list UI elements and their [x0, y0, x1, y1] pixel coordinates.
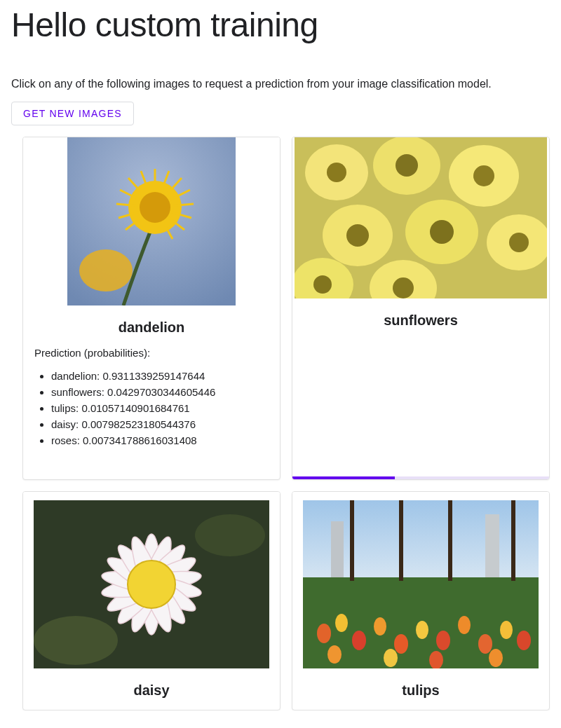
dandelion-image [67, 137, 236, 305]
svg-point-57 [317, 624, 331, 643]
card-image-wrap [23, 137, 280, 305]
prediction-block: Prediction (probabilities): dandelion: 0… [23, 347, 280, 465]
svg-point-68 [327, 645, 342, 664]
svg-point-20 [327, 163, 346, 182]
svg-point-63 [436, 631, 450, 650]
svg-point-67 [517, 631, 531, 650]
card-label: tulips [292, 668, 549, 710]
prediction-item: dandelion: 0.9311339259147644 [51, 370, 269, 382]
tulips-image [303, 500, 539, 668]
card-label: sunflowers [292, 298, 549, 340]
prediction-item: roses: 0.007341788616031408 [51, 434, 269, 446]
card-label: dandelion [23, 305, 280, 347]
svg-point-66 [500, 621, 513, 639]
svg-point-32 [313, 275, 332, 294]
svg-point-1 [79, 249, 133, 291]
card-image-wrap [292, 137, 549, 298]
svg-point-69 [384, 649, 398, 667]
svg-point-64 [458, 616, 471, 634]
prediction-list: dandelion: 0.9311339259147644 sunflowers… [34, 370, 269, 446]
image-card-daisy[interactable]: daisy [22, 491, 280, 710]
svg-rect-51 [331, 521, 344, 577]
image-grid: dandelion Prediction (probabilities): da… [11, 137, 550, 710]
page-subtitle: Click on any of the following images to … [11, 78, 550, 90]
svg-point-17 [140, 192, 170, 223]
prediction-title: Prediction (probabilities): [34, 347, 269, 359]
svg-point-62 [416, 621, 428, 639]
svg-point-71 [489, 649, 503, 667]
svg-point-28 [430, 220, 454, 244]
prediction-item: daisy: 0.007982523180544376 [51, 418, 269, 430]
image-card-tulips[interactable]: tulips [292, 491, 550, 710]
svg-point-65 [478, 634, 492, 654]
svg-point-37 [195, 514, 265, 556]
loading-progress-bar [292, 476, 395, 479]
card-label: daisy [23, 668, 280, 710]
svg-point-36 [34, 616, 118, 665]
card-image-wrap [292, 492, 549, 668]
svg-point-70 [429, 651, 443, 668]
svg-point-61 [394, 634, 408, 654]
svg-point-22 [396, 154, 418, 177]
page-title: Hello custom training [11, 6, 550, 44]
sunflowers-image [295, 137, 547, 298]
svg-rect-52 [485, 514, 499, 577]
svg-point-58 [335, 614, 348, 632]
svg-point-30 [509, 233, 529, 252]
card-image-wrap [23, 492, 280, 668]
svg-point-59 [352, 631, 366, 650]
image-card-sunflowers[interactable]: sunflowers [292, 137, 550, 480]
svg-point-60 [374, 617, 386, 636]
daisy-image [34, 500, 269, 668]
prediction-item: sunflowers: 0.04297030344605446 [51, 386, 269, 398]
svg-point-26 [346, 224, 369, 247]
get-new-images-button[interactable]: Get New Images [11, 102, 134, 125]
prediction-item: tulips: 0.01057140901684761 [51, 402, 269, 414]
image-card-dandelion[interactable]: dandelion Prediction (probabilities): da… [22, 137, 280, 480]
svg-point-34 [393, 277, 414, 298]
svg-point-24 [473, 165, 494, 186]
